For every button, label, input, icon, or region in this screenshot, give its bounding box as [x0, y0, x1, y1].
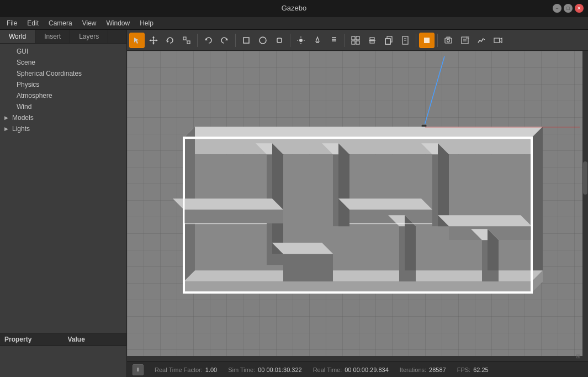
properties-panel: Property Value [0, 333, 126, 377]
svg-rect-38 [445, 38, 452, 43]
pause-button[interactable]: ⏸ [133, 364, 144, 375]
pointlight-button[interactable] [293, 33, 309, 48]
svg-text:LOG: LOG [466, 36, 469, 39]
spotlight-button[interactable] [310, 33, 325, 48]
tab-bar: World Insert Layers [0, 30, 126, 44]
real-time: Real Time: 00 00:00:29.834 [313, 366, 389, 373]
tree-item-spherical-coords[interactable]: Spherical Coordinates [0, 68, 126, 79]
svg-rect-29 [370, 38, 374, 40]
svg-rect-24 [352, 36, 355, 40]
menu-help[interactable]: Help [135, 18, 158, 28]
menu-view[interactable]: View [78, 18, 101, 28]
fps-value: 62.25 [473, 366, 489, 373]
svg-rect-25 [356, 36, 359, 40]
maze-svg [167, 104, 548, 315]
properties-header: Property Value [0, 333, 126, 346]
scrollbar-bottom[interactable] [127, 356, 582, 362]
svg-rect-30 [370, 41, 374, 43]
rotate-tool-button[interactable] [162, 33, 178, 48]
left-panel: World Insert Layers GUI Scene Spherical … [0, 30, 127, 377]
tree-label-lights: Lights [12, 125, 30, 133]
svg-point-39 [447, 39, 450, 42]
copy-button[interactable] [381, 33, 396, 48]
svg-rect-8 [187, 41, 190, 44]
viewport-canvas[interactable]: ⊞ [127, 51, 588, 362]
menu-bar: File Edit Camera View Window Help [0, 17, 588, 30]
translate-tool-button[interactable] [146, 33, 161, 48]
tree-label-wind: Wind [17, 103, 31, 111]
tree-label-spherical: Spherical Coordinates [17, 70, 82, 77]
sim-time-value: 00 00:01:30.322 [258, 366, 302, 373]
title-bar: Gazebo − □ ✕ [0, 0, 588, 17]
log-button[interactable]: LOG [457, 33, 473, 48]
maximize-button[interactable]: □ [564, 4, 573, 13]
svg-point-13 [259, 37, 266, 44]
tab-layers[interactable]: Layers [70, 30, 108, 43]
viewport-area: LOG [127, 30, 588, 377]
svg-marker-60 [272, 143, 283, 254]
tree-item-atmosphere[interactable]: Atmosphere [0, 90, 126, 101]
tree-item-lights[interactable]: ▶ Lights [0, 123, 126, 134]
tree-item-wind[interactable]: Wind [0, 101, 126, 112]
graph-button[interactable] [474, 33, 489, 48]
svg-rect-67 [184, 210, 283, 223]
toolbar: LOG [127, 30, 588, 51]
minimize-button[interactable]: − [553, 4, 561, 13]
tree-label-scene: Scene [17, 59, 35, 66]
scrollbar-right[interactable] [582, 51, 588, 362]
align-button[interactable] [364, 33, 380, 48]
svg-marker-2 [152, 36, 155, 38]
orange-tool-button[interactable] [419, 33, 435, 48]
app-title: Gazebo [282, 4, 307, 12]
scrollbar-right-thumb[interactable] [583, 161, 587, 195]
screenshot-button[interactable] [441, 33, 456, 48]
menu-camera[interactable]: Camera [44, 18, 77, 28]
redo-button[interactable] [217, 33, 232, 48]
window-controls: − □ ✕ [553, 4, 584, 13]
sphere-button[interactable] [255, 33, 271, 48]
undo-button[interactable] [200, 33, 216, 48]
tree-item-physics[interactable]: Physics [0, 79, 126, 90]
svg-marker-4 [149, 39, 151, 41]
scale-tool-button[interactable] [179, 33, 194, 48]
menu-edit[interactable]: Edit [23, 18, 43, 28]
svg-marker-74 [438, 215, 532, 226]
menu-file[interactable]: File [2, 18, 22, 28]
video-button[interactable] [490, 33, 506, 48]
svg-marker-63 [338, 143, 349, 226]
iterations-value: 28587 [429, 366, 446, 373]
svg-rect-7 [183, 37, 186, 40]
tree-item-models[interactable]: ▶ Models [0, 112, 126, 123]
tree-item-gui[interactable]: GUI [0, 46, 126, 57]
svg-rect-26 [352, 41, 355, 44]
value-col-header: Value [63, 333, 127, 345]
real-time-factor: Real Time Factor: 1.00 [155, 366, 217, 373]
toolbar-separator-3 [290, 34, 290, 47]
toolbar-separator-4 [345, 34, 345, 47]
tree-item-scene[interactable]: Scene [0, 57, 126, 68]
svg-marker-49 [184, 127, 543, 138]
fps: FPS: 62.25 [457, 366, 489, 373]
cylinder-button[interactable] [272, 33, 287, 48]
svg-rect-45 [494, 38, 500, 43]
svg-rect-14 [277, 38, 282, 43]
svg-marker-70 [338, 198, 432, 210]
real-time-factor-label: Real Time Factor: [155, 366, 203, 373]
paste-button[interactable] [398, 33, 413, 48]
close-button[interactable]: ✕ [575, 4, 584, 13]
svg-point-15 [299, 39, 303, 42]
sim-time-label: Sim Time: [228, 366, 255, 373]
select-tool-button[interactable] [129, 33, 145, 48]
menu-window[interactable]: Window [102, 18, 135, 28]
iterations-label: Iterations: [400, 366, 426, 373]
directionallight-button[interactable] [326, 33, 342, 48]
tab-world[interactable]: World [0, 30, 35, 43]
svg-marker-5 [156, 39, 158, 41]
tab-insert[interactable]: Insert [35, 30, 70, 43]
snap-button[interactable] [348, 33, 363, 48]
toolbar-separator-2 [235, 34, 236, 47]
tree-label-models: Models [12, 114, 34, 122]
iterations: Iterations: 28587 [400, 366, 446, 373]
tree-label-gui: GUI [17, 48, 28, 55]
box-button[interactable] [239, 33, 254, 48]
